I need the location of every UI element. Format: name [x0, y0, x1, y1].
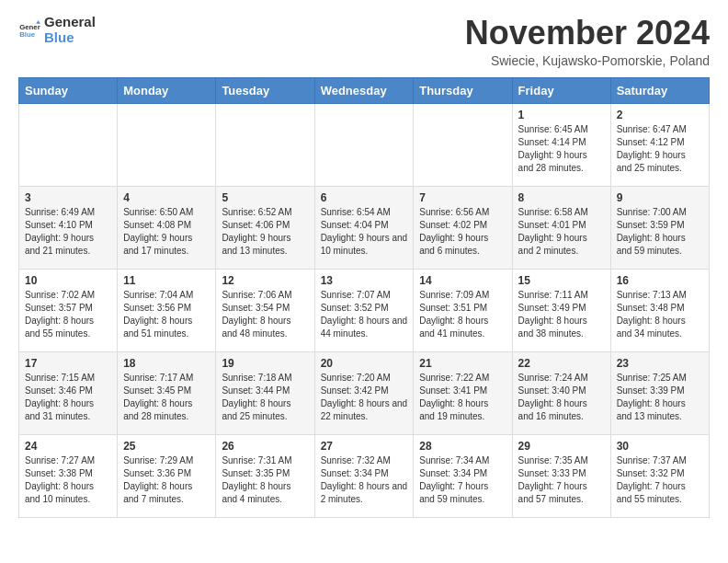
day-number: 28 [419, 440, 506, 453]
calendar-cell: 24Sunrise: 7:27 AMSunset: 3:38 PMDayligh… [19, 434, 118, 517]
calendar-row: 3Sunrise: 6:49 AMSunset: 4:10 PMDaylight… [19, 186, 710, 269]
day-info: Sunrise: 7:27 AMSunset: 3:38 PMDaylight:… [25, 454, 111, 506]
day-number: 21 [419, 357, 506, 370]
day-info: Sunrise: 6:47 AMSunset: 4:12 PMDaylight:… [617, 123, 703, 175]
day-info: Sunrise: 7:17 AMSunset: 3:45 PMDaylight:… [123, 372, 210, 423]
day-info: Sunrise: 7:11 AMSunset: 3:49 PMDaylight:… [518, 289, 605, 340]
day-info: Sunrise: 6:49 AMSunset: 4:10 PMDaylight:… [25, 206, 111, 258]
header-saturday: Saturday [610, 77, 709, 103]
calendar-cell: 25Sunrise: 7:29 AMSunset: 3:36 PMDayligh… [118, 434, 216, 517]
day-number: 27 [321, 440, 408, 453]
location-subtitle: Swiecie, Kujawsko-Pomorskie, Poland [465, 53, 710, 68]
calendar-cell: 16Sunrise: 7:13 AMSunset: 3:48 PMDayligh… [610, 269, 709, 351]
calendar-cell: 9Sunrise: 7:00 AMSunset: 3:59 PMDaylight… [610, 186, 709, 269]
calendar-cell: 4Sunrise: 6:50 AMSunset: 4:08 PMDaylight… [118, 186, 216, 269]
day-number: 12 [222, 274, 308, 287]
calendar-cell: 26Sunrise: 7:31 AMSunset: 3:35 PMDayligh… [216, 434, 314, 517]
day-info: Sunrise: 7:34 AMSunset: 3:34 PMDaylight:… [419, 454, 506, 506]
day-info: Sunrise: 7:04 AMSunset: 3:56 PMDaylight:… [123, 289, 210, 340]
day-info: Sunrise: 7:20 AMSunset: 3:42 PMDaylight:… [321, 372, 408, 423]
day-info: Sunrise: 6:45 AMSunset: 4:14 PMDaylight:… [518, 123, 605, 175]
calendar-cell: 19Sunrise: 7:18 AMSunset: 3:44 PMDayligh… [216, 351, 314, 434]
day-info: Sunrise: 7:06 AMSunset: 3:54 PMDaylight:… [222, 289, 308, 340]
svg-marker-2 [36, 20, 40, 24]
day-info: Sunrise: 7:22 AMSunset: 3:41 PMDaylight:… [419, 372, 506, 423]
svg-text:Blue: Blue [19, 30, 36, 39]
day-info: Sunrise: 6:58 AMSunset: 4:01 PMDaylight:… [518, 206, 605, 258]
day-number: 8 [518, 191, 605, 204]
calendar-cell: 11Sunrise: 7:04 AMSunset: 3:56 PMDayligh… [118, 269, 216, 351]
title-section: November 2024 Swiecie, Kujawsko-Pomorski… [465, 15, 710, 68]
day-info: Sunrise: 6:56 AMSunset: 4:02 PMDaylight:… [419, 206, 506, 258]
logo: General Blue General Blue [18, 15, 96, 45]
day-number: 7 [419, 191, 506, 204]
calendar-cell [216, 103, 314, 186]
day-info: Sunrise: 7:37 AMSunset: 3:32 PMDaylight:… [617, 454, 703, 506]
day-number: 22 [518, 357, 605, 370]
calendar-cell [314, 103, 414, 186]
page-header: General Blue General Blue November 2024 … [18, 15, 710, 68]
day-info: Sunrise: 7:15 AMSunset: 3:46 PMDaylight:… [25, 372, 111, 423]
day-number: 18 [123, 357, 210, 370]
logo-icon: General Blue [18, 19, 40, 41]
calendar-cell: 21Sunrise: 7:22 AMSunset: 3:41 PMDayligh… [414, 351, 512, 434]
day-info: Sunrise: 7:09 AMSunset: 3:51 PMDaylight:… [419, 289, 506, 340]
calendar-row: 24Sunrise: 7:27 AMSunset: 3:38 PMDayligh… [19, 434, 710, 517]
day-info: Sunrise: 7:07 AMSunset: 3:52 PMDaylight:… [321, 289, 408, 340]
calendar-cell [118, 103, 216, 186]
calendar-cell: 18Sunrise: 7:17 AMSunset: 3:45 PMDayligh… [118, 351, 216, 434]
day-number: 30 [617, 440, 703, 453]
header-tuesday: Tuesday [216, 77, 314, 103]
day-info: Sunrise: 7:32 AMSunset: 3:34 PMDaylight:… [321, 454, 408, 506]
header-sunday: Sunday [19, 77, 118, 103]
day-number: 11 [123, 274, 210, 287]
calendar-cell: 23Sunrise: 7:25 AMSunset: 3:39 PMDayligh… [610, 351, 709, 434]
day-info: Sunrise: 7:29 AMSunset: 3:36 PMDaylight:… [123, 454, 210, 506]
day-number: 20 [321, 357, 408, 370]
day-number: 3 [25, 191, 111, 204]
day-number: 17 [25, 357, 111, 370]
day-number: 6 [321, 191, 408, 204]
svg-text:General: General [19, 22, 40, 30]
header-thursday: Thursday [414, 77, 512, 103]
day-number: 25 [123, 440, 210, 453]
day-number: 9 [617, 191, 703, 204]
calendar-cell: 20Sunrise: 7:20 AMSunset: 3:42 PMDayligh… [314, 351, 414, 434]
day-number: 24 [25, 440, 111, 453]
calendar-cell: 10Sunrise: 7:02 AMSunset: 3:57 PMDayligh… [19, 269, 118, 351]
header-wednesday: Wednesday [314, 77, 414, 103]
header-monday: Monday [118, 77, 216, 103]
logo-general: General [44, 15, 96, 30]
calendar-cell: 1Sunrise: 6:45 AMSunset: 4:14 PMDaylight… [512, 103, 610, 186]
calendar-cell [19, 103, 118, 186]
logo-blue: Blue [44, 30, 96, 46]
day-number: 29 [518, 440, 605, 453]
calendar-cell: 12Sunrise: 7:06 AMSunset: 3:54 PMDayligh… [216, 269, 314, 351]
day-number: 16 [617, 274, 703, 287]
calendar-cell: 7Sunrise: 6:56 AMSunset: 4:02 PMDaylight… [414, 186, 512, 269]
day-number: 23 [617, 357, 703, 370]
day-info: Sunrise: 7:18 AMSunset: 3:44 PMDaylight:… [222, 372, 308, 423]
day-number: 1 [518, 109, 605, 121]
day-info: Sunrise: 7:25 AMSunset: 3:39 PMDaylight:… [617, 372, 703, 423]
calendar-row: 17Sunrise: 7:15 AMSunset: 3:46 PMDayligh… [19, 351, 710, 434]
calendar-row: 10Sunrise: 7:02 AMSunset: 3:57 PMDayligh… [19, 269, 710, 351]
day-info: Sunrise: 6:54 AMSunset: 4:04 PMDaylight:… [321, 206, 408, 258]
header-friday: Friday [512, 77, 610, 103]
day-number: 13 [321, 274, 408, 287]
day-info: Sunrise: 6:50 AMSunset: 4:08 PMDaylight:… [123, 206, 210, 258]
day-number: 5 [222, 191, 308, 204]
calendar-cell: 22Sunrise: 7:24 AMSunset: 3:40 PMDayligh… [512, 351, 610, 434]
calendar-cell: 5Sunrise: 6:52 AMSunset: 4:06 PMDaylight… [216, 186, 314, 269]
calendar-cell: 8Sunrise: 6:58 AMSunset: 4:01 PMDaylight… [512, 186, 610, 269]
calendar-cell: 2Sunrise: 6:47 AMSunset: 4:12 PMDaylight… [610, 103, 709, 186]
calendar-cell: 15Sunrise: 7:11 AMSunset: 3:49 PMDayligh… [512, 269, 610, 351]
day-info: Sunrise: 7:13 AMSunset: 3:48 PMDaylight:… [617, 289, 703, 340]
calendar-header-row: Sunday Monday Tuesday Wednesday Thursday… [19, 77, 710, 103]
calendar-cell [414, 103, 512, 186]
month-title: November 2024 [465, 15, 710, 52]
day-info: Sunrise: 7:00 AMSunset: 3:59 PMDaylight:… [617, 206, 703, 258]
calendar-row: 1Sunrise: 6:45 AMSunset: 4:14 PMDaylight… [19, 103, 710, 186]
day-info: Sunrise: 7:02 AMSunset: 3:57 PMDaylight:… [25, 289, 111, 340]
day-number: 19 [222, 357, 308, 370]
